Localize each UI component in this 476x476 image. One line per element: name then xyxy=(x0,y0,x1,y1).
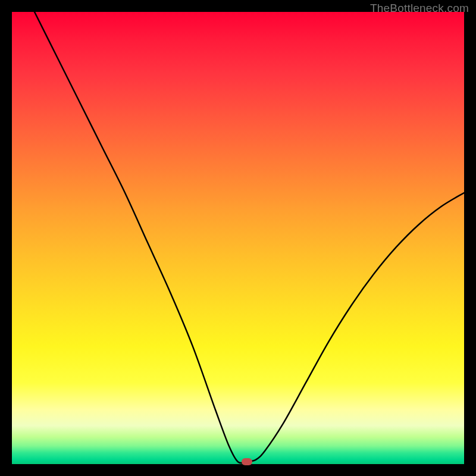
bottleneck-curve xyxy=(12,12,464,464)
chart-frame: TheBottleneck.com xyxy=(0,0,476,476)
bottleneck-marker xyxy=(242,458,252,465)
plot-area xyxy=(12,12,464,464)
watermark-text: TheBottleneck.com xyxy=(370,2,469,15)
